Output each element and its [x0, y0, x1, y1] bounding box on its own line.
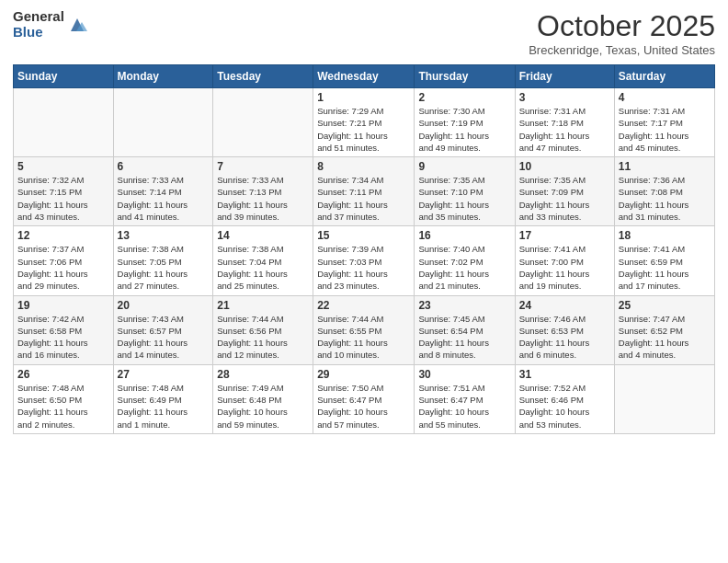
- calendar-cell: 19Sunrise: 7:42 AM Sunset: 6:58 PM Dayli…: [14, 295, 114, 364]
- day-number: 1: [317, 91, 410, 104]
- day-header-friday: Friday: [515, 65, 614, 88]
- calendar-week-1: 1Sunrise: 7:29 AM Sunset: 7:21 PM Daylig…: [14, 88, 715, 157]
- calendar-cell: 30Sunrise: 7:51 AM Sunset: 6:47 PM Dayli…: [415, 364, 515, 433]
- logo: General Blue: [13, 9, 87, 40]
- day-info: Sunrise: 7:33 AM Sunset: 7:13 PM Dayligh…: [217, 174, 309, 223]
- day-header-wednesday: Wednesday: [313, 65, 415, 88]
- day-info: Sunrise: 7:32 AM Sunset: 7:15 PM Dayligh…: [17, 174, 109, 223]
- day-info: Sunrise: 7:52 AM Sunset: 6:46 PM Dayligh…: [519, 382, 610, 431]
- day-info: Sunrise: 7:45 AM Sunset: 6:54 PM Dayligh…: [418, 313, 510, 362]
- day-info: Sunrise: 7:46 AM Sunset: 6:53 PM Dayligh…: [519, 313, 610, 362]
- day-number: 6: [118, 160, 210, 173]
- day-info: Sunrise: 7:39 AM Sunset: 7:03 PM Dayligh…: [317, 243, 410, 292]
- day-number: 20: [118, 299, 210, 312]
- day-number: 23: [418, 299, 510, 312]
- calendar-week-3: 12Sunrise: 7:37 AM Sunset: 7:06 PM Dayli…: [14, 226, 715, 295]
- calendar-cell: 11Sunrise: 7:36 AM Sunset: 7:08 PM Dayli…: [614, 157, 714, 226]
- day-info: Sunrise: 7:42 AM Sunset: 6:58 PM Dayligh…: [17, 313, 109, 362]
- day-info: Sunrise: 7:30 AM Sunset: 7:19 PM Dayligh…: [418, 105, 510, 154]
- calendar-cell: 20Sunrise: 7:43 AM Sunset: 6:57 PM Dayli…: [113, 295, 213, 364]
- day-info: Sunrise: 7:29 AM Sunset: 7:21 PM Dayligh…: [317, 105, 410, 154]
- calendar-week-4: 19Sunrise: 7:42 AM Sunset: 6:58 PM Dayli…: [14, 295, 715, 364]
- calendar-cell: 25Sunrise: 7:47 AM Sunset: 6:52 PM Dayli…: [614, 295, 714, 364]
- day-number: 9: [418, 160, 510, 173]
- day-info: Sunrise: 7:47 AM Sunset: 6:52 PM Dayligh…: [619, 313, 711, 362]
- day-number: 21: [217, 299, 309, 312]
- day-info: Sunrise: 7:37 AM Sunset: 7:06 PM Dayligh…: [17, 243, 109, 292]
- calendar-cell: 9Sunrise: 7:35 AM Sunset: 7:10 PM Daylig…: [415, 157, 515, 226]
- day-number: 3: [519, 91, 610, 104]
- day-info: Sunrise: 7:34 AM Sunset: 7:11 PM Dayligh…: [317, 174, 410, 223]
- day-info: Sunrise: 7:35 AM Sunset: 7:10 PM Dayligh…: [418, 174, 510, 223]
- calendar-cell: 10Sunrise: 7:35 AM Sunset: 7:09 PM Dayli…: [515, 157, 614, 226]
- calendar-cell: [614, 364, 714, 433]
- calendar-cell: 4Sunrise: 7:31 AM Sunset: 7:17 PM Daylig…: [614, 88, 714, 157]
- day-info: Sunrise: 7:50 AM Sunset: 6:47 PM Dayligh…: [317, 382, 410, 431]
- day-number: 22: [317, 299, 410, 312]
- day-number: 13: [118, 229, 210, 242]
- calendar-cell: 16Sunrise: 7:40 AM Sunset: 7:02 PM Dayli…: [415, 226, 515, 295]
- day-header-tuesday: Tuesday: [213, 65, 313, 88]
- day-info: Sunrise: 7:41 AM Sunset: 7:00 PM Dayligh…: [519, 243, 610, 292]
- day-number: 18: [619, 229, 711, 242]
- calendar-cell: 14Sunrise: 7:38 AM Sunset: 7:04 PM Dayli…: [213, 226, 313, 295]
- calendar-cell: 18Sunrise: 7:41 AM Sunset: 6:59 PM Dayli…: [614, 226, 714, 295]
- month-title: October 2025: [529, 9, 715, 43]
- day-header-thursday: Thursday: [415, 65, 515, 88]
- location: Breckenridge, Texas, United States: [529, 43, 715, 57]
- day-info: Sunrise: 7:49 AM Sunset: 6:48 PM Dayligh…: [217, 382, 309, 431]
- day-number: 25: [619, 299, 711, 312]
- calendar-week-5: 26Sunrise: 7:48 AM Sunset: 6:50 PM Dayli…: [14, 364, 715, 433]
- calendar-cell: 15Sunrise: 7:39 AM Sunset: 7:03 PM Dayli…: [313, 226, 415, 295]
- calendar-cell: 26Sunrise: 7:48 AM Sunset: 6:50 PM Dayli…: [14, 364, 114, 433]
- day-number: 19: [17, 299, 109, 312]
- calendar-cell: [14, 88, 114, 157]
- day-number: 5: [17, 160, 109, 173]
- day-number: 8: [317, 160, 410, 173]
- day-info: Sunrise: 7:33 AM Sunset: 7:14 PM Dayligh…: [118, 174, 210, 223]
- logo-icon: [67, 15, 87, 35]
- calendar-cell: 28Sunrise: 7:49 AM Sunset: 6:48 PM Dayli…: [213, 364, 313, 433]
- day-number: 30: [418, 368, 510, 381]
- day-number: 4: [619, 91, 711, 104]
- day-info: Sunrise: 7:44 AM Sunset: 6:55 PM Dayligh…: [317, 313, 410, 362]
- day-number: 14: [217, 229, 309, 242]
- day-info: Sunrise: 7:41 AM Sunset: 6:59 PM Dayligh…: [619, 243, 711, 292]
- day-number: 10: [519, 160, 610, 173]
- calendar-cell: 13Sunrise: 7:38 AM Sunset: 7:05 PM Dayli…: [113, 226, 213, 295]
- calendar-cell: 23Sunrise: 7:45 AM Sunset: 6:54 PM Dayli…: [415, 295, 515, 364]
- day-info: Sunrise: 7:44 AM Sunset: 6:56 PM Dayligh…: [217, 313, 309, 362]
- logo-general-text: General: [13, 9, 64, 25]
- day-info: Sunrise: 7:31 AM Sunset: 7:17 PM Dayligh…: [619, 105, 711, 154]
- day-header-monday: Monday: [113, 65, 213, 88]
- day-info: Sunrise: 7:51 AM Sunset: 6:47 PM Dayligh…: [418, 382, 510, 431]
- day-number: 15: [317, 229, 410, 242]
- calendar-cell: [213, 88, 313, 157]
- calendar-cell: 8Sunrise: 7:34 AM Sunset: 7:11 PM Daylig…: [313, 157, 415, 226]
- day-number: 7: [217, 160, 309, 173]
- day-number: 26: [17, 368, 109, 381]
- day-info: Sunrise: 7:36 AM Sunset: 7:08 PM Dayligh…: [619, 174, 711, 223]
- day-info: Sunrise: 7:38 AM Sunset: 7:04 PM Dayligh…: [217, 243, 309, 292]
- calendar-header-row: SundayMondayTuesdayWednesdayThursdayFrid…: [14, 65, 715, 88]
- day-info: Sunrise: 7:31 AM Sunset: 7:18 PM Dayligh…: [519, 105, 610, 154]
- calendar-cell: 1Sunrise: 7:29 AM Sunset: 7:21 PM Daylig…: [313, 88, 415, 157]
- calendar-cell: 17Sunrise: 7:41 AM Sunset: 7:00 PM Dayli…: [515, 226, 614, 295]
- day-number: 17: [519, 229, 610, 242]
- day-header-sunday: Sunday: [14, 65, 114, 88]
- page-header: General Blue October 2025 Breckenridge, …: [13, 9, 715, 57]
- calendar-cell: 7Sunrise: 7:33 AM Sunset: 7:13 PM Daylig…: [213, 157, 313, 226]
- day-info: Sunrise: 7:48 AM Sunset: 6:50 PM Dayligh…: [17, 382, 109, 431]
- calendar-cell: 29Sunrise: 7:50 AM Sunset: 6:47 PM Dayli…: [313, 364, 415, 433]
- day-number: 28: [217, 368, 309, 381]
- day-info: Sunrise: 7:48 AM Sunset: 6:49 PM Dayligh…: [118, 382, 210, 431]
- calendar-cell: 21Sunrise: 7:44 AM Sunset: 6:56 PM Dayli…: [213, 295, 313, 364]
- logo-blue-text: Blue: [13, 25, 64, 40]
- day-info: Sunrise: 7:38 AM Sunset: 7:05 PM Dayligh…: [118, 243, 210, 292]
- day-header-saturday: Saturday: [614, 65, 714, 88]
- day-info: Sunrise: 7:43 AM Sunset: 6:57 PM Dayligh…: [118, 313, 210, 362]
- calendar-cell: 12Sunrise: 7:37 AM Sunset: 7:06 PM Dayli…: [14, 226, 114, 295]
- day-number: 16: [418, 229, 510, 242]
- day-info: Sunrise: 7:40 AM Sunset: 7:02 PM Dayligh…: [418, 243, 510, 292]
- day-number: 24: [519, 299, 610, 312]
